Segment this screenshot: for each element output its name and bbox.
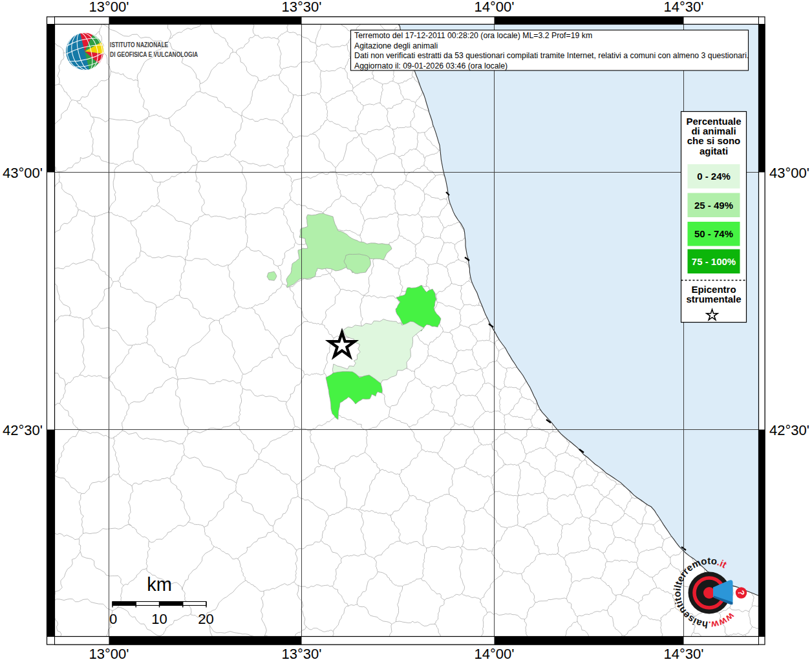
svg-text:50 - 74%: 50 - 74% xyxy=(694,228,733,239)
svg-text:Terremoto del 17-12-2011 00:28: Terremoto del 17-12-2011 00:28:20 (ora l… xyxy=(354,31,592,40)
svg-text:Dati non verificati estratti d: Dati non verificati estratti da 53 quest… xyxy=(354,51,749,60)
svg-text:14°00': 14°00' xyxy=(475,646,515,662)
svg-text:43°00': 43°00' xyxy=(3,165,43,181)
svg-text:20: 20 xyxy=(198,611,213,627)
svg-text:0 - 24%: 0 - 24% xyxy=(697,171,731,182)
svg-text:strumentale: strumentale xyxy=(686,294,741,304)
svg-text:13°00': 13°00' xyxy=(89,646,129,662)
svg-text:10: 10 xyxy=(151,611,167,627)
svg-text:25 - 49%: 25 - 49% xyxy=(694,200,733,211)
svg-text:43°00': 43°00' xyxy=(769,165,809,181)
svg-text:13°30': 13°30' xyxy=(282,646,322,662)
svg-text:42°30': 42°30' xyxy=(769,422,809,438)
svg-text:75 - 100%: 75 - 100% xyxy=(692,256,736,267)
svg-text:km: km xyxy=(147,574,172,595)
svg-text:0: 0 xyxy=(109,611,117,627)
svg-text:13°30': 13°30' xyxy=(282,0,322,15)
svg-text:agitati: agitati xyxy=(700,145,728,156)
svg-text:ISTITUTO NAZIONALE: ISTITUTO NAZIONALE xyxy=(110,41,169,49)
svg-text:14°30': 14°30' xyxy=(664,0,704,15)
svg-text:42°30': 42°30' xyxy=(3,422,43,438)
svg-text:Agitazione degli animali: Agitazione degli animali xyxy=(354,41,438,50)
svg-text:Aggiornato il: 09-01-2026 03:4: Aggiornato il: 09-01-2026 03:46 (ora loc… xyxy=(354,61,508,70)
svg-text:DI GEOFISICA E VULCANOLOGIA: DI GEOFISICA E VULCANOLOGIA xyxy=(110,50,198,58)
svg-text:14°00': 14°00' xyxy=(475,0,515,15)
svg-text:13°00': 13°00' xyxy=(89,0,129,15)
svg-text:14°30': 14°30' xyxy=(664,646,704,662)
